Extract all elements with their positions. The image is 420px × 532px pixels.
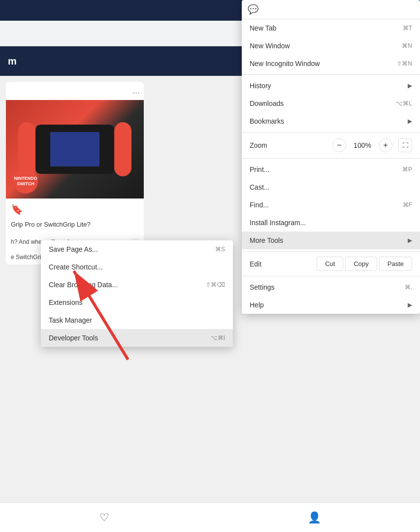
cut-button[interactable]: Cut	[317, 257, 343, 271]
zoom-value: 100%	[352, 141, 373, 149]
edit-row: Edit Cut Copy Paste	[242, 254, 420, 274]
menu-divider-2	[242, 132, 420, 133]
zoom-controls: − 100% + ⛶	[332, 138, 412, 152]
menu-divider-1	[242, 74, 420, 75]
menu-divider-5	[242, 276, 420, 276]
menu-item-new-incognito[interactable]: New Incognito Window ⇧⌘N	[242, 55, 420, 72]
post-text: Grip Pro or SwitchGrip Lite?	[11, 220, 139, 229]
menu-item-bookmarks[interactable]: Bookmarks ▶	[242, 112, 420, 130]
post-image: NINTENDOSWITCH	[6, 100, 144, 199]
nav-person-icon[interactable]: 👤	[308, 511, 321, 524]
menu-item-new-tab[interactable]: New Tab ⌘T	[242, 19, 420, 37]
page-title: m	[8, 56, 17, 67]
fullscreen-button[interactable]: ⛶	[398, 138, 412, 152]
chrome-dropdown-menu: 💬 New Tab ⌘T New Window ⌘N New Incognito…	[242, 0, 420, 314]
submenu-shortcut-save-page: ⌘S	[215, 246, 225, 253]
menu-divider-4	[242, 251, 420, 252]
zoom-row: Zoom − 100% + ⛶	[242, 134, 420, 156]
joy-con-right	[114, 122, 131, 176]
menu-item-install-instagram[interactable]: Install Instagram...	[242, 214, 420, 232]
submenu-label-save-page: Save Page As...	[49, 245, 98, 253]
paste-button[interactable]: Paste	[379, 257, 412, 271]
menu-item-downloads[interactable]: Downloads ⌥⌘L	[242, 95, 420, 112]
joy-con-left	[18, 122, 35, 176]
submenu-shortcut-clear-browsing: ⇧⌘⌫	[206, 281, 225, 288]
post-footer: 🔖	[6, 199, 144, 220]
menu-item-settings[interactable]: Settings ⌘,	[242, 278, 420, 296]
menu-item-print[interactable]: Print... ⌘P	[242, 161, 420, 178]
zoom-plus-button[interactable]: +	[379, 138, 392, 152]
menu-item-find[interactable]: Find... ⌘F	[242, 196, 420, 214]
menu-speech-icon: 💬	[248, 4, 258, 15]
svg-line-1	[74, 271, 128, 360]
annotation-arrow	[49, 261, 148, 369]
menu-item-new-window[interactable]: New Window ⌘N	[242, 37, 420, 55]
switch-body	[35, 125, 114, 174]
nintendo-logo: NINTENDOSWITCH	[13, 169, 38, 194]
zoom-minus-button[interactable]: −	[332, 138, 346, 152]
nav-heart-icon[interactable]: ♡	[99, 511, 109, 524]
post-more-options[interactable]: ...	[132, 86, 140, 96]
menu-top-icons-row: 💬	[242, 0, 420, 19]
post-text-area: Grip Pro or SwitchGrip Lite?	[6, 220, 144, 234]
switch-screen	[50, 132, 99, 166]
post-card: ... NINTENDOSWITCH 🔖 Grip Pro or SwitchG…	[6, 82, 144, 265]
menu-divider-3	[242, 158, 420, 159]
post-card-header: ...	[6, 82, 144, 100]
copy-button[interactable]: Copy	[345, 257, 377, 271]
submenu-shortcut-developer-tools: ⌥⌘I	[211, 334, 225, 341]
menu-item-help[interactable]: Help ▶	[242, 296, 420, 314]
menu-item-more-tools[interactable]: More Tools ▶	[242, 232, 420, 249]
menu-item-history[interactable]: History ▶	[242, 77, 420, 95]
submenu-item-save-page[interactable]: Save Page As... ⌘S	[41, 240, 233, 258]
bottom-navigation: ♡ 👤	[0, 502, 420, 532]
bookmark-icon[interactable]: 🔖	[11, 203, 23, 215]
menu-item-cast[interactable]: Cast...	[242, 178, 420, 196]
